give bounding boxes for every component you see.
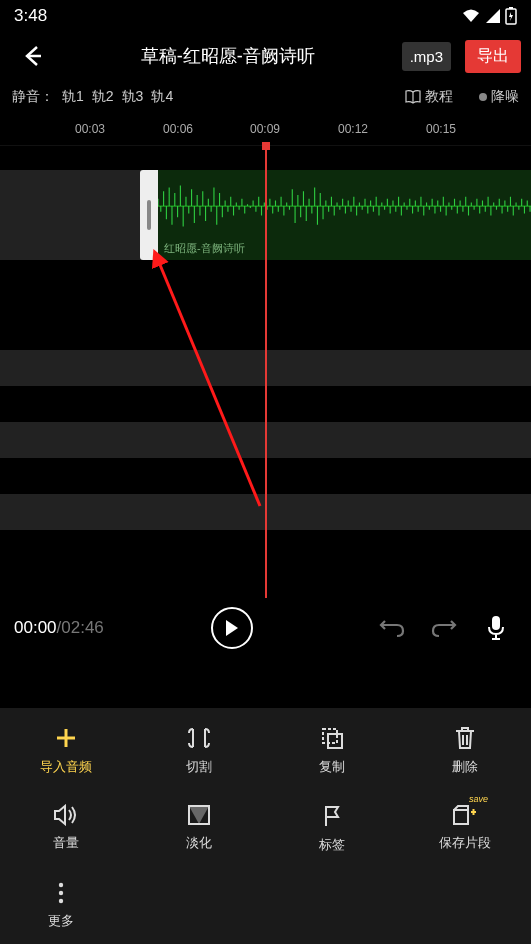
flag-icon — [322, 804, 342, 828]
svg-rect-6 — [323, 729, 337, 743]
waveform-icon — [158, 180, 531, 232]
battery-icon — [505, 7, 517, 25]
tutorial-label: 教程 — [425, 88, 453, 106]
save-clip-label: 保存片段 — [439, 834, 491, 852]
ruler-tick: 00:12 — [338, 122, 368, 136]
undo-button[interactable] — [371, 607, 413, 649]
track-toggle-4[interactable]: 轨4 — [151, 88, 173, 106]
track-toggle-1[interactable]: 轨1 — [62, 88, 84, 106]
volume-button[interactable]: 音量 — [0, 804, 133, 854]
cut-button[interactable]: 切割 — [133, 726, 266, 776]
time-current: 00:00 — [14, 618, 57, 638]
record-button[interactable] — [475, 607, 517, 649]
svg-rect-5 — [492, 616, 500, 630]
play-icon — [224, 619, 240, 637]
timeline[interactable]: 红昭愿-音阙诗听 — [0, 146, 531, 598]
copy-button[interactable]: 复制 — [266, 726, 399, 776]
copy-label: 复制 — [319, 758, 345, 776]
ruler-tick: 00:09 — [250, 122, 280, 136]
time-total: 02:46 — [61, 618, 104, 638]
back-button[interactable] — [10, 43, 54, 69]
export-button[interactable]: 导出 — [465, 40, 521, 73]
save-badge: save — [469, 794, 488, 804]
annotation-arrow — [140, 246, 280, 526]
delete-label: 删除 — [452, 758, 478, 776]
header: 草稿-红昭愿-音阙诗听 .mp3 导出 — [0, 32, 531, 80]
plus-icon — [54, 726, 78, 750]
transport-bar: 00:00 / 02:46 — [0, 598, 531, 658]
save-clip-button[interactable]: save 保存片段 — [398, 804, 531, 854]
fade-icon — [187, 804, 211, 826]
clip-left-handle[interactable] — [140, 170, 158, 260]
tag-label: 标签 — [319, 836, 345, 854]
more-label: 更多 — [48, 912, 74, 930]
playhead[interactable] — [265, 146, 267, 598]
more-icon — [58, 882, 64, 904]
redo-icon — [431, 618, 457, 638]
undo-icon — [379, 618, 405, 638]
audio-clip[interactable]: 红昭愿-音阙诗听 — [140, 170, 531, 260]
import-label: 导入音频 — [40, 758, 92, 776]
signal-icon — [485, 8, 501, 24]
ruler-tick: 00:06 — [163, 122, 193, 136]
back-arrow-icon — [19, 43, 45, 69]
wifi-icon — [461, 8, 481, 24]
trash-icon — [454, 726, 476, 750]
status-icons — [461, 7, 517, 25]
format-badge[interactable]: .mp3 — [402, 42, 451, 71]
volume-icon — [53, 804, 79, 826]
ruler-tick: 00:03 — [75, 122, 105, 136]
status-time: 3:48 — [14, 6, 47, 26]
tutorial-button[interactable]: 教程 — [405, 88, 453, 106]
book-icon — [405, 90, 421, 104]
fade-label: 淡化 — [186, 834, 212, 852]
status-bar: 3:48 — [0, 0, 531, 32]
mic-icon — [486, 615, 506, 641]
project-title: 草稿-红昭愿-音阙诗听 — [62, 44, 394, 68]
save-clip-icon — [452, 804, 478, 826]
clip-label: 红昭愿-音阙诗听 — [164, 241, 245, 256]
denoise-button[interactable]: 降噪 — [479, 88, 519, 106]
cut-label: 切割 — [186, 758, 212, 776]
ruler-tick: 00:15 — [426, 122, 456, 136]
mute-label: 静音： — [12, 88, 54, 106]
svg-rect-7 — [328, 734, 342, 748]
denoise-dot-icon — [479, 93, 487, 101]
redo-button[interactable] — [423, 607, 465, 649]
copy-icon — [320, 726, 344, 750]
tool-panel: 导入音频 切割 复制 删除 音量 淡化 标签 save 保存片段 — [0, 708, 531, 944]
fade-button[interactable]: 淡化 — [133, 804, 266, 854]
svg-point-11 — [59, 899, 63, 903]
denoise-label: 降噪 — [491, 88, 519, 106]
cut-icon — [187, 726, 211, 750]
track-toggle-2[interactable]: 轨2 — [92, 88, 114, 106]
track-toggle-3[interactable]: 轨3 — [122, 88, 144, 106]
track-options-row: 静音： 轨1 轨2 轨3 轨4 教程 降噪 — [0, 80, 531, 114]
svg-rect-1 — [509, 7, 513, 9]
svg-point-9 — [59, 883, 63, 887]
play-button[interactable] — [211, 607, 253, 649]
tag-button[interactable]: 标签 — [266, 804, 399, 854]
delete-button[interactable]: 删除 — [398, 726, 531, 776]
svg-point-10 — [59, 891, 63, 895]
more-button[interactable]: 更多 — [36, 882, 86, 930]
import-audio-button[interactable]: 导入音频 — [0, 726, 133, 776]
volume-label: 音量 — [53, 834, 79, 852]
clip-body[interactable]: 红昭愿-音阙诗听 — [158, 170, 531, 260]
